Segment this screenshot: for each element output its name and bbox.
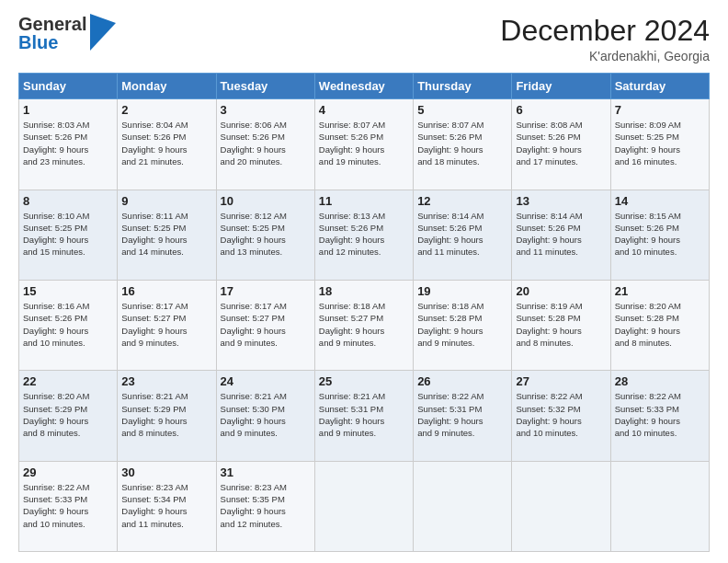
day-number: 27 bbox=[516, 374, 606, 388]
calendar-cell bbox=[414, 461, 512, 551]
day-info: Sunrise: 8:12 AMSunset: 5:25 PMDaylight:… bbox=[221, 211, 287, 258]
day-info: Sunrise: 8:14 AMSunset: 5:26 PMDaylight:… bbox=[516, 211, 582, 258]
day-info: Sunrise: 8:06 AMSunset: 5:26 PMDaylight:… bbox=[221, 120, 287, 167]
calendar-cell: 22 Sunrise: 8:20 AMSunset: 5:29 PMDaylig… bbox=[19, 371, 118, 461]
day-info: Sunrise: 8:20 AMSunset: 5:29 PMDaylight:… bbox=[23, 391, 89, 438]
calendar-cell: 18 Sunrise: 8:18 AMSunset: 5:27 PMDaylig… bbox=[314, 280, 413, 370]
day-number: 3 bbox=[221, 103, 311, 117]
day-info: Sunrise: 8:08 AMSunset: 5:26 PMDaylight:… bbox=[516, 120, 582, 167]
calendar-cell: 20 Sunrise: 8:19 AMSunset: 5:28 PMDaylig… bbox=[512, 280, 610, 370]
day-number: 14 bbox=[615, 194, 705, 208]
day-info: Sunrise: 8:17 AMSunset: 5:27 PMDaylight:… bbox=[121, 301, 188, 348]
day-info: Sunrise: 8:13 AMSunset: 5:26 PMDaylight:… bbox=[319, 211, 385, 258]
calendar-cell: 1 Sunrise: 8:03 AMSunset: 5:26 PMDayligh… bbox=[19, 99, 118, 190]
day-info: Sunrise: 8:15 AMSunset: 5:26 PMDaylight:… bbox=[615, 211, 681, 258]
day-number: 10 bbox=[221, 194, 311, 208]
day-info: Sunrise: 8:18 AMSunset: 5:28 PMDaylight:… bbox=[417, 301, 483, 348]
day-number: 28 bbox=[615, 374, 705, 388]
calendar-table: Sunday Monday Tuesday Wednesday Thursday… bbox=[18, 73, 710, 552]
day-number: 30 bbox=[121, 465, 211, 479]
calendar-cell: 7 Sunrise: 8:09 AMSunset: 5:25 PMDayligh… bbox=[610, 99, 709, 190]
calendar-week-row: 8 Sunrise: 8:10 AMSunset: 5:25 PMDayligh… bbox=[19, 190, 710, 280]
day-number: 26 bbox=[417, 374, 507, 388]
calendar-cell: 6 Sunrise: 8:08 AMSunset: 5:26 PMDayligh… bbox=[512, 99, 610, 190]
calendar-cell bbox=[314, 461, 413, 551]
day-info: Sunrise: 8:22 AMSunset: 5:33 PMDaylight:… bbox=[23, 482, 89, 529]
page: General Blue December 2024 K'ardenakhi, … bbox=[0, 0, 728, 563]
day-info: Sunrise: 8:09 AMSunset: 5:25 PMDaylight:… bbox=[615, 120, 681, 167]
col-saturday: Saturday bbox=[610, 74, 709, 99]
day-number: 4 bbox=[319, 103, 409, 117]
calendar-week-row: 15 Sunrise: 8:16 AMSunset: 5:26 PMDaylig… bbox=[19, 280, 710, 370]
calendar-cell: 29 Sunrise: 8:22 AMSunset: 5:33 PMDaylig… bbox=[19, 461, 118, 551]
day-number: 6 bbox=[516, 103, 606, 117]
day-info: Sunrise: 8:23 AMSunset: 5:35 PMDaylight:… bbox=[221, 482, 287, 529]
day-info: Sunrise: 8:20 AMSunset: 5:28 PMDaylight:… bbox=[615, 301, 681, 348]
calendar-week-row: 22 Sunrise: 8:20 AMSunset: 5:29 PMDaylig… bbox=[19, 371, 710, 461]
day-number: 29 bbox=[23, 465, 113, 479]
day-info: Sunrise: 8:21 AMSunset: 5:29 PMDaylight:… bbox=[121, 391, 188, 438]
col-tuesday: Tuesday bbox=[216, 74, 314, 99]
day-info: Sunrise: 8:07 AMSunset: 5:26 PMDaylight:… bbox=[417, 120, 483, 167]
day-info: Sunrise: 8:21 AMSunset: 5:30 PMDaylight:… bbox=[221, 391, 287, 438]
logo-blue: Blue bbox=[18, 33, 86, 52]
calendar-cell: 13 Sunrise: 8:14 AMSunset: 5:26 PMDaylig… bbox=[512, 190, 610, 280]
header-row: Sunday Monday Tuesday Wednesday Thursday… bbox=[19, 74, 710, 99]
day-number: 2 bbox=[121, 103, 211, 117]
day-info: Sunrise: 8:22 AMSunset: 5:31 PMDaylight:… bbox=[417, 391, 483, 438]
calendar-cell: 27 Sunrise: 8:22 AMSunset: 5:32 PMDaylig… bbox=[512, 371, 610, 461]
calendar-cell: 10 Sunrise: 8:12 AMSunset: 5:25 PMDaylig… bbox=[216, 190, 314, 280]
title-section: December 2024 K'ardenakhi, Georgia bbox=[500, 15, 710, 63]
day-info: Sunrise: 8:07 AMSunset: 5:26 PMDaylight:… bbox=[319, 120, 385, 167]
day-number: 12 bbox=[417, 194, 507, 208]
col-thursday: Thursday bbox=[414, 74, 512, 99]
day-info: Sunrise: 8:18 AMSunset: 5:27 PMDaylight:… bbox=[319, 301, 385, 348]
calendar-cell bbox=[512, 461, 610, 551]
header: General Blue December 2024 K'ardenakhi, … bbox=[18, 15, 710, 63]
calendar-cell: 19 Sunrise: 8:18 AMSunset: 5:28 PMDaylig… bbox=[414, 280, 512, 370]
calendar-cell: 25 Sunrise: 8:21 AMSunset: 5:31 PMDaylig… bbox=[314, 371, 413, 461]
calendar-cell: 8 Sunrise: 8:10 AMSunset: 5:25 PMDayligh… bbox=[19, 190, 118, 280]
logo-word: General Blue bbox=[18, 15, 86, 52]
day-info: Sunrise: 8:17 AMSunset: 5:27 PMDaylight:… bbox=[221, 301, 287, 348]
calendar-cell: 21 Sunrise: 8:20 AMSunset: 5:28 PMDaylig… bbox=[610, 280, 709, 370]
calendar-cell: 23 Sunrise: 8:21 AMSunset: 5:29 PMDaylig… bbox=[118, 371, 216, 461]
calendar-cell: 28 Sunrise: 8:22 AMSunset: 5:33 PMDaylig… bbox=[610, 371, 709, 461]
day-info: Sunrise: 8:03 AMSunset: 5:26 PMDaylight:… bbox=[23, 120, 89, 167]
day-info: Sunrise: 8:14 AMSunset: 5:26 PMDaylight:… bbox=[417, 211, 483, 258]
calendar-cell: 4 Sunrise: 8:07 AMSunset: 5:26 PMDayligh… bbox=[314, 99, 413, 190]
calendar-cell: 26 Sunrise: 8:22 AMSunset: 5:31 PMDaylig… bbox=[414, 371, 512, 461]
calendar-header: Sunday Monday Tuesday Wednesday Thursday… bbox=[19, 74, 710, 99]
day-number: 22 bbox=[23, 374, 113, 388]
calendar-body: 1 Sunrise: 8:03 AMSunset: 5:26 PMDayligh… bbox=[19, 99, 710, 552]
calendar-cell: 14 Sunrise: 8:15 AMSunset: 5:26 PMDaylig… bbox=[610, 190, 709, 280]
day-number: 17 bbox=[221, 284, 311, 298]
day-number: 21 bbox=[615, 284, 705, 298]
location: K'ardenakhi, Georgia bbox=[500, 49, 710, 63]
calendar-week-row: 29 Sunrise: 8:22 AMSunset: 5:33 PMDaylig… bbox=[19, 461, 710, 551]
day-info: Sunrise: 8:04 AMSunset: 5:26 PMDaylight:… bbox=[121, 120, 188, 167]
calendar-cell: 16 Sunrise: 8:17 AMSunset: 5:27 PMDaylig… bbox=[118, 280, 216, 370]
day-number: 15 bbox=[23, 284, 113, 298]
logo: General Blue bbox=[18, 15, 116, 52]
calendar-cell: 11 Sunrise: 8:13 AMSunset: 5:26 PMDaylig… bbox=[314, 190, 413, 280]
calendar-cell: 3 Sunrise: 8:06 AMSunset: 5:26 PMDayligh… bbox=[216, 99, 314, 190]
calendar-cell: 30 Sunrise: 8:23 AMSunset: 5:34 PMDaylig… bbox=[118, 461, 216, 551]
day-info: Sunrise: 8:11 AMSunset: 5:25 PMDaylight:… bbox=[121, 211, 188, 258]
logo-general: General bbox=[18, 15, 86, 33]
col-sunday: Sunday bbox=[19, 74, 118, 99]
day-info: Sunrise: 8:21 AMSunset: 5:31 PMDaylight:… bbox=[319, 391, 385, 438]
day-number: 24 bbox=[221, 374, 311, 388]
calendar-cell bbox=[610, 461, 709, 551]
col-monday: Monday bbox=[118, 74, 216, 99]
logo-icon bbox=[90, 14, 116, 51]
day-number: 25 bbox=[319, 374, 409, 388]
day-number: 20 bbox=[516, 284, 606, 298]
day-info: Sunrise: 8:23 AMSunset: 5:34 PMDaylight:… bbox=[121, 482, 188, 529]
month-title: December 2024 bbox=[500, 15, 710, 47]
day-number: 11 bbox=[319, 194, 409, 208]
day-number: 5 bbox=[417, 103, 507, 117]
day-number: 31 bbox=[221, 465, 311, 479]
day-number: 9 bbox=[121, 194, 211, 208]
day-number: 7 bbox=[615, 103, 705, 117]
